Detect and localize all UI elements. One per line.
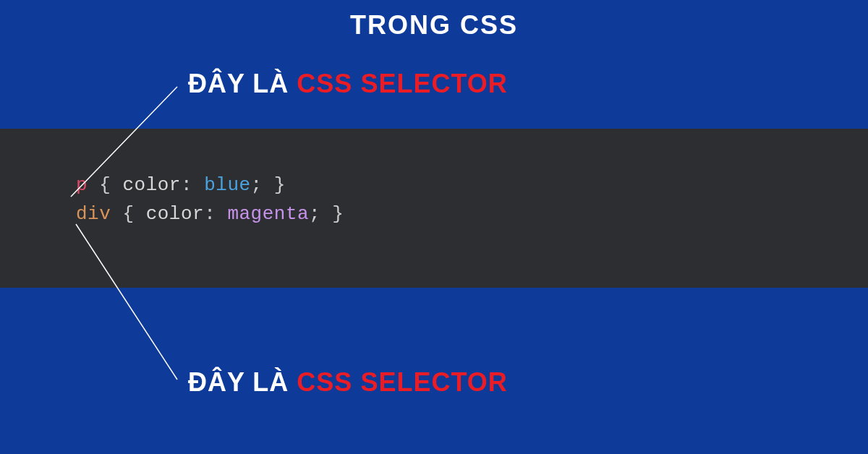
- annotation-top-prefix: ĐÂY LÀ: [188, 69, 297, 98]
- page-title: TRONG CSS: [0, 10, 868, 40]
- selector-p: p: [76, 174, 88, 196]
- colon: :: [181, 174, 192, 196]
- code-block: p { color: blue; } div { color: magenta;…: [0, 129, 868, 288]
- brace-close: }: [332, 203, 344, 225]
- code-line-1: p { color: blue; }: [76, 171, 868, 200]
- property: color: [146, 203, 205, 225]
- value-blue: blue: [204, 174, 250, 196]
- colon: :: [204, 203, 216, 225]
- value-magenta: magenta: [227, 203, 309, 225]
- property: color: [122, 174, 181, 196]
- annotation-bottom-highlight: CSS SELECTOR: [297, 367, 507, 397]
- annotation-bottom-prefix: ĐÂY LÀ: [188, 367, 297, 397]
- annotation-top-highlight: CSS SELECTOR: [297, 69, 507, 98]
- brace-open: {: [99, 174, 111, 196]
- brace-close: }: [274, 174, 286, 196]
- code-line-2: div { color: magenta; }: [76, 200, 868, 228]
- brace-open: {: [122, 203, 134, 225]
- annotation-bottom: ĐÂY LÀ CSS SELECTOR: [188, 367, 508, 398]
- semicolon: ;: [309, 203, 320, 225]
- semicolon: ;: [251, 174, 263, 196]
- selector-div: div: [76, 203, 111, 225]
- annotation-top: ĐÂY LÀ CSS SELECTOR: [188, 69, 508, 99]
